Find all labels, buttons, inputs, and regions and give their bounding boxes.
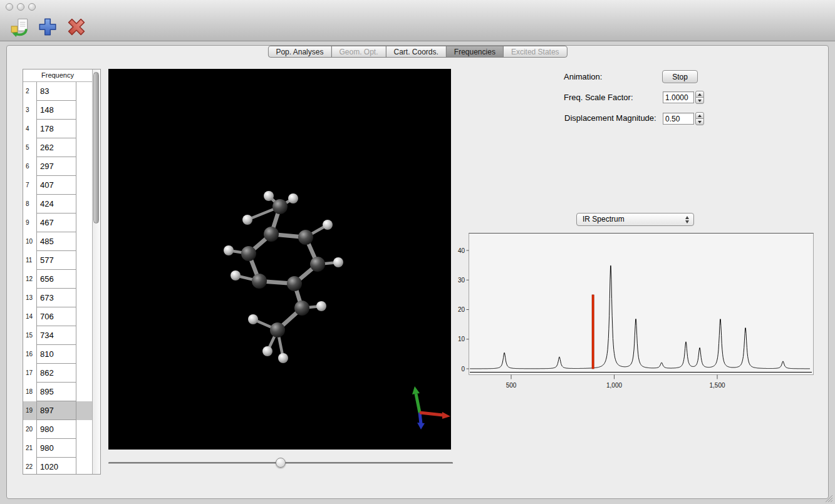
add-button[interactable] — [36, 16, 59, 39]
freq-row[interactable]: 6297 — [23, 157, 92, 176]
freq-row[interactable]: 5262 — [23, 138, 92, 157]
window-chrome — [0, 0, 835, 41]
slider-handle[interactable] — [276, 458, 286, 468]
freq-value-cell[interactable]: 734 — [36, 326, 76, 345]
svg-text:40: 40 — [458, 247, 465, 254]
freq-row-number: 13 — [26, 289, 36, 307]
freq-row[interactable]: 8424 — [23, 195, 92, 213]
freq-row[interactable]: 15734 — [23, 326, 92, 345]
freq-value-cell[interactable]: 577 — [36, 250, 76, 270]
freq-scale-input[interactable] — [663, 91, 694, 103]
updown-arrows-icon — [685, 215, 690, 224]
freq-row[interactable]: 7407 — [23, 176, 92, 195]
freq-value-cell[interactable]: 656 — [36, 269, 76, 289]
freq-value-cell[interactable]: 485 — [36, 232, 76, 251]
delete-button[interactable] — [65, 16, 88, 39]
open-file-button[interactable] — [9, 16, 31, 39]
close-window-button[interactable] — [6, 3, 13, 11]
displacement-magnitude-input[interactable] — [663, 113, 694, 125]
table-scrollbar[interactable] — [92, 69, 100, 474]
freq-row[interactable]: 20980 — [23, 420, 92, 439]
svg-text:1,000: 1,000 — [606, 382, 622, 389]
freq-row-number: 7 — [26, 176, 36, 195]
freq-row-number: 3 — [26, 101, 36, 120]
down-arrow-icon — [698, 100, 702, 102]
stop-animation-button[interactable]: Stop — [662, 70, 698, 83]
freq-row-number: 18 — [26, 383, 36, 401]
freq-row-number: 9 — [26, 213, 36, 232]
plus-icon — [37, 30, 58, 39]
displacement-step-down-button[interactable] — [695, 118, 704, 125]
zoom-window-button[interactable] — [28, 3, 36, 11]
freq-value-cell[interactable]: 1020 — [36, 457, 76, 474]
freq-value-cell[interactable]: 862 — [36, 363, 76, 383]
animation-frame-slider[interactable] — [108, 457, 453, 468]
freq-value-cell[interactable]: 467 — [36, 213, 76, 232]
freq-value-cell[interactable]: 706 — [36, 307, 76, 326]
tab-bar: Pop. AnalysesGeom. Opt.Cart. Coords.Freq… — [267, 46, 567, 58]
down-arrow-icon — [698, 121, 702, 123]
svg-text:0: 0 — [461, 366, 465, 373]
freq-row[interactable]: 10485 — [23, 232, 92, 251]
freq-row[interactable]: 12656 — [23, 270, 92, 289]
animation-label: Animation: — [564, 72, 602, 81]
freq-row-number: 19 — [26, 401, 36, 420]
tab-pop-analyses[interactable]: Pop. Analyses — [267, 46, 331, 58]
freq-row[interactable]: 13673 — [23, 289, 92, 307]
freq-row[interactable]: 11577 — [23, 251, 92, 270]
ir-spectrum-chart: 0102030405001,0001,500 — [454, 232, 817, 396]
freq-row[interactable]: 283 — [23, 82, 92, 101]
freq-value-cell[interactable]: 980 — [36, 419, 76, 439]
freq-row-number: 11 — [26, 251, 36, 270]
freq-row-number: 21 — [26, 439, 36, 458]
displacement-magnitude-label: Displacement Magnitude: — [564, 113, 656, 123]
freq-row-number: 8 — [26, 195, 36, 213]
scrollbar-thumb[interactable] — [93, 72, 99, 224]
svg-text:10: 10 — [458, 336, 465, 342]
freq-row-number: 5 — [26, 138, 36, 157]
tab-frequencies[interactable]: Frequencies — [446, 46, 504, 58]
freq-row-number: 14 — [26, 307, 36, 326]
freq-row[interactable]: 21980 — [23, 439, 92, 458]
freq-row[interactable]: 18895 — [23, 383, 92, 401]
molecule-3d-model — [108, 69, 451, 450]
freq-value-cell[interactable]: 178 — [36, 119, 76, 138]
freq-value-cell[interactable]: 897 — [36, 401, 76, 420]
tab-excited-states[interactable]: Excited States — [503, 46, 568, 58]
molecule-viewer[interactable] — [108, 69, 451, 450]
x-icon — [66, 30, 87, 39]
spectrum-type-value: IR Spectrum — [583, 215, 625, 224]
freq-row-number: 6 — [26, 157, 36, 176]
svg-text:30: 30 — [458, 277, 465, 284]
freq-row-number: 12 — [26, 270, 36, 289]
freq-row[interactable]: 221020 — [23, 458, 92, 474]
displacement-stepper — [695, 112, 704, 126]
freq-value-cell[interactable]: 810 — [36, 344, 76, 364]
freq-value-cell[interactable]: 895 — [36, 382, 76, 401]
freq-row[interactable]: 17862 — [23, 364, 92, 383]
freq-row[interactable]: 16810 — [23, 345, 92, 364]
freq-row[interactable]: 3148 — [23, 101, 92, 120]
freq-row[interactable]: 4178 — [23, 120, 92, 138]
freq-scale-step-down-button[interactable] — [695, 97, 704, 104]
freq-value-cell[interactable]: 297 — [36, 157, 76, 176]
freq-value-cell[interactable]: 407 — [36, 175, 76, 195]
freq-value-cell[interactable]: 424 — [36, 194, 76, 213]
spectrum-type-select[interactable]: IR Spectrum — [576, 213, 694, 226]
freq-value-cell[interactable]: 83 — [36, 82, 76, 101]
freq-value-cell[interactable]: 673 — [36, 288, 76, 307]
tab-geom-opt[interactable]: Geom. Opt. — [331, 46, 386, 58]
freq-scale-label: Freq. Scale Factor: — [564, 93, 633, 102]
freq-row[interactable]: 14706 — [23, 307, 92, 326]
freq-row[interactable]: 9467 — [23, 213, 92, 232]
freq-value-cell[interactable]: 980 — [36, 438, 76, 458]
freq-value-cell[interactable]: 148 — [36, 100, 76, 120]
freq-row-number: 2 — [26, 82, 36, 101]
minimize-window-button[interactable] — [17, 3, 24, 11]
tab-cart-coords[interactable]: Cart. Coords. — [385, 46, 446, 58]
freq-row[interactable]: 19897 — [23, 401, 92, 420]
frequency-table: Frequency 283314841785262629774078424946… — [23, 69, 101, 475]
resize-grip[interactable] — [824, 493, 833, 503]
freq-row-number: 16 — [26, 345, 36, 364]
freq-value-cell[interactable]: 262 — [36, 138, 76, 157]
